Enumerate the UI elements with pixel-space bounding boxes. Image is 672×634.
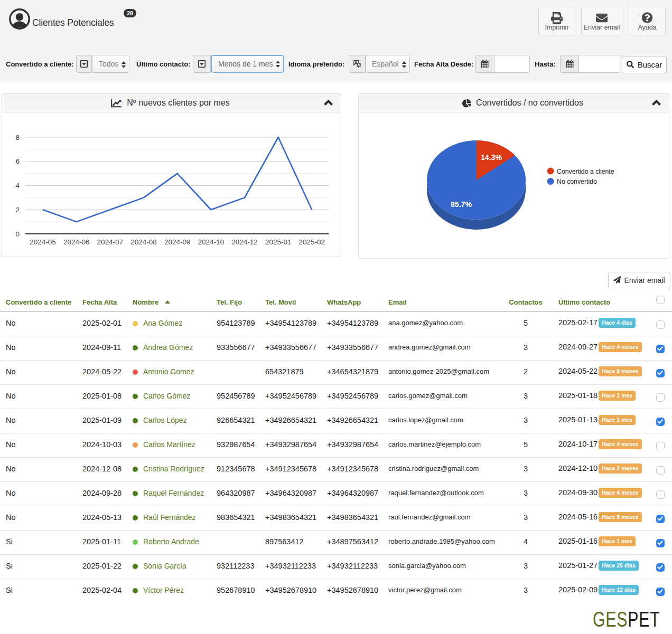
svg-text:2024-10: 2024-10 xyxy=(198,238,225,246)
svg-text:2024-09: 2024-09 xyxy=(164,238,191,246)
svg-text:4: 4 xyxy=(15,182,20,190)
svg-text:2024-05: 2024-05 xyxy=(30,238,56,246)
svg-text:Convertido a cliente: Convertido a cliente xyxy=(557,168,614,175)
svg-text:0: 0 xyxy=(15,230,20,238)
svg-text:No convertido: No convertido xyxy=(557,178,597,185)
svg-text:14.3%: 14.3% xyxy=(481,153,502,162)
svg-text:6: 6 xyxy=(15,157,20,165)
svg-text:85.7%: 85.7% xyxy=(451,200,472,209)
svg-text:2024-08: 2024-08 xyxy=(130,238,157,246)
svg-text:8: 8 xyxy=(15,134,20,141)
svg-text:2025-01: 2025-01 xyxy=(265,238,292,246)
svg-text:2024-06: 2024-06 xyxy=(63,238,90,246)
svg-text:2025-02: 2025-02 xyxy=(299,238,325,246)
svg-text:2024-12: 2024-12 xyxy=(231,238,258,246)
svg-text:2: 2 xyxy=(15,206,20,214)
svg-text:2024-07: 2024-07 xyxy=(97,238,124,246)
